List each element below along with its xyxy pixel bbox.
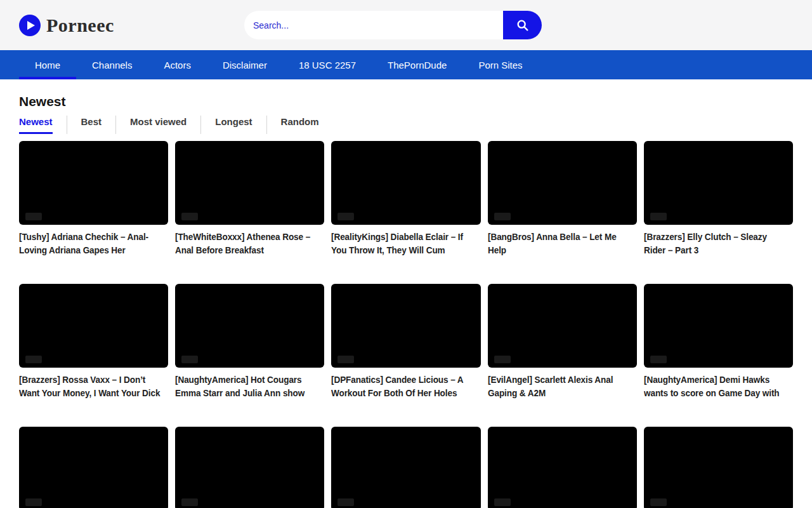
video-card: [DPFanatics] Candee Licious – A Workout … [331,284,480,400]
video-thumbnail[interactable] [644,141,793,225]
nav-item-channels[interactable]: Channels [76,50,148,79]
video-thumbnail[interactable] [331,427,480,508]
video-title[interactable]: [Brazzers] Elly Clutch – Sleazy Rider – … [644,231,793,257]
search-icon [516,18,530,32]
video-thumbnail[interactable] [488,284,637,368]
tab-random[interactable]: Random [266,116,333,134]
site-header: Porneec [0,0,812,50]
duration-badge [337,356,354,363]
duration-badge [181,213,198,220]
duration-badge [337,213,354,220]
brand-name: Porneec [46,15,114,36]
main-content: Newest Newest Best Most viewed Longest R… [0,94,812,508]
video-card: [RealityKings] Diabella Eclair – If You … [331,141,480,257]
search-input[interactable] [244,11,503,39]
search-bar [244,11,542,39]
duration-badge [25,356,42,363]
video-thumbnail[interactable] [175,141,324,225]
video-card: [NaughtyAmerica] Demi Hawks wants to sco… [644,284,793,400]
video-card [19,427,168,508]
duration-badge [494,213,511,220]
video-title[interactable]: [NaughtyAmerica] Hot Cougars Emma Starr … [175,373,324,400]
video-thumbnail[interactable] [331,284,480,368]
duration-badge [181,498,198,506]
duration-badge [494,356,511,363]
nav-item-porn-sites[interactable]: Porn Sites [462,50,538,79]
video-thumbnail[interactable] [488,141,637,225]
video-title[interactable]: [RealityKings] Diabella Eclair – If You … [331,231,480,257]
video-card: [NaughtyAmerica] Hot Cougars Emma Starr … [175,284,324,400]
duration-badge [650,498,667,506]
play-icon [19,15,41,36]
video-thumbnail[interactable] [19,427,168,508]
video-title[interactable]: [EvilAngel] Scarlett Alexis Anal Gaping … [488,373,637,400]
video-card: [Brazzers] Elly Clutch – Sleazy Rider – … [644,141,793,257]
video-card: [BangBros] Anna Bella – Let Me Help [488,141,637,257]
tab-longest[interactable]: Longest [200,116,266,134]
duration-badge [25,213,42,220]
video-title[interactable]: [Brazzers] Rossa Vaxx – I Don’t Want You… [19,373,168,400]
video-title[interactable]: [TheWhiteBoxxx] Athenea Rose – Anal Befo… [175,231,324,257]
nav-item-actors[interactable]: Actors [148,50,207,79]
video-thumbnail[interactable] [644,427,793,508]
nav-item-home[interactable]: Home [19,50,76,79]
video-thumbnail[interactable] [175,427,324,508]
video-card: [Tushy] Adriana Chechik – Anal- Loving A… [19,141,168,257]
main-nav: Home Channels Actors Disclaimer 18 USC 2… [0,50,812,79]
duration-badge [650,356,667,363]
duration-badge [181,356,198,363]
brand-logo[interactable]: Porneec [19,15,114,36]
video-card [644,427,793,508]
nav-item-disclaimer[interactable]: Disclaimer [207,50,283,79]
video-card: [Brazzers] Rossa Vaxx – I Don’t Want You… [19,284,168,400]
duration-badge [25,498,42,506]
duration-badge [650,213,667,220]
nav-item-theporndude[interactable]: ThePornDude [372,50,462,79]
video-thumbnail[interactable] [19,141,168,225]
video-title[interactable]: [Tushy] Adriana Chechik – Anal- Loving A… [19,231,168,257]
video-grid: [Tushy] Adriana Chechik – Anal- Loving A… [19,141,793,508]
video-thumbnail[interactable] [488,427,637,508]
duration-badge [337,498,354,506]
video-card: [EvilAngel] Scarlett Alexis Anal Gaping … [488,284,637,400]
tab-most-viewed[interactable]: Most viewed [115,116,200,134]
video-thumbnail[interactable] [644,284,793,368]
video-thumbnail[interactable] [331,141,480,225]
video-card [331,427,480,508]
search-button[interactable] [503,11,542,39]
page-title: Newest [19,94,793,109]
video-card [488,427,637,508]
video-thumbnail[interactable] [19,284,168,368]
nav-item-18-usc-2257[interactable]: 18 USC 2257 [283,50,372,79]
duration-badge [494,498,511,506]
video-card: [TheWhiteBoxxx] Athenea Rose – Anal Befo… [175,141,324,257]
video-thumbnail[interactable] [175,284,324,368]
tab-newest[interactable]: Newest [19,116,67,134]
video-title[interactable]: [NaughtyAmerica] Demi Hawks wants to sco… [644,373,793,400]
tab-best[interactable]: Best [67,116,116,134]
video-card [175,427,324,508]
video-title[interactable]: [DPFanatics] Candee Licious – A Workout … [331,373,480,400]
video-title[interactable]: [BangBros] Anna Bella – Let Me Help [488,231,637,257]
sort-tabs: Newest Best Most viewed Longest Random [19,116,793,134]
